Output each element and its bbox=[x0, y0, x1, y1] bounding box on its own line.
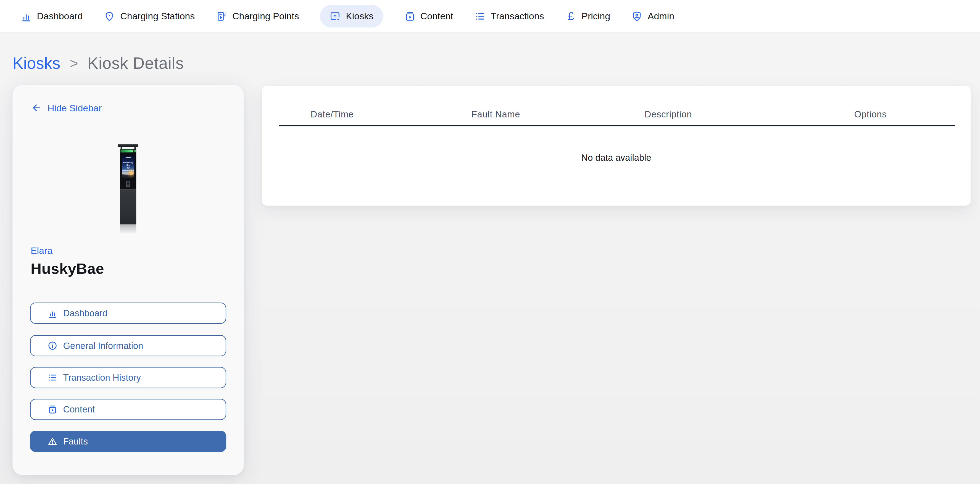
kiosk-screen: Powering the EV Revolution Touch to Star… bbox=[122, 155, 134, 178]
media-play-icon bbox=[48, 404, 57, 414]
nav-label: Dashboard bbox=[37, 11, 83, 21]
warning-icon bbox=[48, 436, 57, 446]
nav-label: Charging Stations bbox=[120, 11, 195, 21]
nav-label: Content bbox=[420, 11, 453, 21]
nav-item-charging-points[interactable]: Charging Points bbox=[216, 5, 299, 27]
nav-item-charging-stations[interactable]: Charging Stations bbox=[104, 5, 195, 27]
nav-item-transactions[interactable]: Transactions bbox=[474, 5, 544, 27]
nav-label: Transactions bbox=[491, 11, 544, 21]
column-header-fault-name: Fault Name bbox=[471, 110, 520, 119]
kiosk-card-reader bbox=[126, 181, 130, 187]
kiosk-name: HuskyBae bbox=[31, 260, 104, 277]
ev-charger-icon bbox=[216, 10, 228, 22]
sidebar-button-dashboard[interactable]: Dashboard bbox=[30, 302, 226, 324]
badge-person-icon bbox=[632, 10, 643, 22]
breadcrumb: Kiosks > Kiosk Details bbox=[13, 54, 184, 73]
sidebar-button-label: Faults bbox=[63, 436, 88, 446]
page-title: Kiosk Details bbox=[88, 54, 184, 73]
nav-item-admin[interactable]: Admin bbox=[632, 5, 674, 27]
faults-table-header: Date/Time Fault Name Description Options bbox=[279, 86, 955, 126]
bar-chart-icon bbox=[21, 10, 32, 22]
kiosk-model-link[interactable]: Elara bbox=[31, 245, 52, 256]
arrow-left-icon bbox=[31, 102, 42, 113]
sidebar-button-label: Dashboard bbox=[63, 308, 108, 318]
pound-icon: £ bbox=[565, 10, 576, 22]
list-icon bbox=[48, 373, 57, 383]
sidebar-button-faults[interactable]: Faults bbox=[30, 431, 226, 452]
column-header-date-time: Date/Time bbox=[310, 110, 353, 119]
nav-item-content[interactable]: Content bbox=[404, 5, 453, 27]
hide-sidebar-label: Hide Sidebar bbox=[48, 102, 102, 113]
nav-item-pricing[interactable]: £ Pricing bbox=[565, 5, 610, 27]
kiosk-sidebar-card: Hide Sidebar Powering the EV Revolution … bbox=[13, 85, 243, 475]
column-header-description: Description bbox=[645, 110, 692, 119]
kiosk-product-image: Powering the EV Revolution Touch to Star… bbox=[118, 144, 138, 234]
nav-label: Admin bbox=[648, 11, 674, 21]
top-navigation: Dashboard Charging Stations bbox=[0, 0, 980, 33]
info-icon bbox=[48, 341, 57, 350]
nav-item-dashboard[interactable]: Dashboard bbox=[21, 5, 83, 27]
nav-item-kiosks[interactable]: Kiosks bbox=[320, 5, 383, 27]
breadcrumb-link-kiosks[interactable]: Kiosks bbox=[13, 54, 60, 73]
nav-label: Charging Points bbox=[232, 11, 299, 21]
kiosk-details-page: Dashboard Charging Stations bbox=[0, 0, 980, 484]
kiosk-screen-logo bbox=[126, 157, 131, 158]
sidebar-button-transaction-history[interactable]: Transaction History bbox=[30, 367, 226, 388]
sidebar-button-label: Content bbox=[63, 404, 95, 414]
kiosk-led-strip bbox=[120, 149, 136, 153]
sidebar-button-label: Transaction History bbox=[63, 373, 141, 383]
faults-table-card: Date/Time Fault Name Description Options… bbox=[262, 86, 970, 205]
kiosk-sparkle-icon bbox=[329, 10, 341, 22]
media-play-icon bbox=[404, 10, 415, 22]
kiosk-canopy bbox=[118, 144, 138, 147]
hide-sidebar-button[interactable]: Hide Sidebar bbox=[31, 102, 102, 113]
sidebar-button-general-information[interactable]: General Information bbox=[30, 335, 226, 357]
map-pin-icon bbox=[104, 10, 115, 22]
list-icon bbox=[474, 10, 486, 22]
breadcrumb-separator: > bbox=[70, 55, 78, 72]
sidebar-button-label: General Information bbox=[63, 341, 143, 350]
column-header-options: Options bbox=[854, 110, 887, 119]
bar-chart-icon bbox=[48, 308, 57, 318]
nav-label: Pricing bbox=[581, 11, 610, 21]
nav-label: Kiosks bbox=[346, 11, 374, 21]
empty-table-message: No data available bbox=[262, 153, 970, 162]
sidebar-button-content[interactable]: Content bbox=[30, 399, 226, 420]
